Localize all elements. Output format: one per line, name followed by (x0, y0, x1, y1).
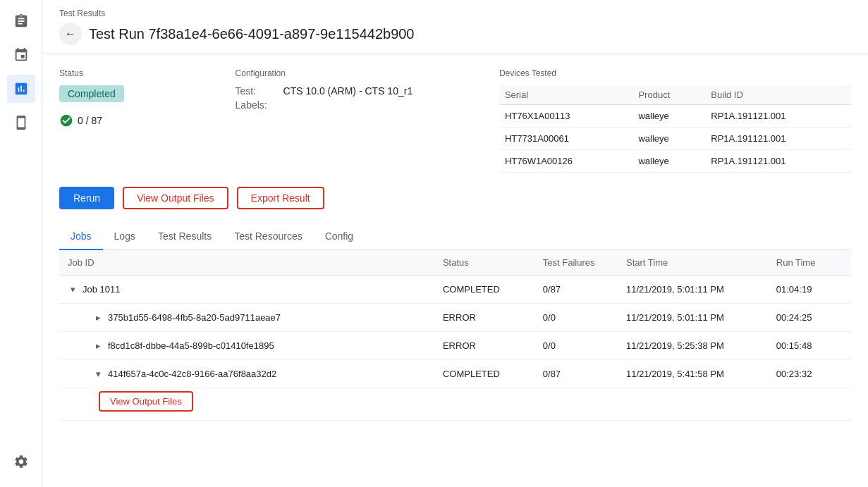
toggle-button[interactable]: ▾ (93, 369, 104, 379)
devices-col-product: Product (632, 85, 705, 105)
action-buttons: Rerun View Output Files Export Result (59, 187, 851, 209)
devices-table-row: HT76W1A00126 walleye RP1A.191121.001 (499, 150, 851, 173)
tab-test-resources[interactable]: Test Resources (223, 223, 313, 250)
devices-table-row: HT7731A00061 walleye RP1A.191121.001 (499, 128, 851, 150)
job-id-text: Job 1011 (82, 284, 121, 295)
toggle-button[interactable]: ▸ (93, 340, 104, 351)
config-test-row: Test: CTS 10.0 (ARM) - CTS 10_r1 (236, 85, 499, 97)
col-header-failures: Test Failures (534, 250, 618, 276)
config-labels-row: Labels: (236, 99, 499, 111)
job-run-col: 00:15:48 (768, 332, 851, 360)
sidebar-item-chart[interactable] (7, 75, 35, 103)
chart-icon (13, 81, 29, 97)
header: Test Results ← Test Run 7f38a1e4-6e66-40… (42, 0, 868, 54)
job-id-cell: ▾ 414f657a-4c0c-42c8-9166-aa76f8aa32d2 (68, 369, 426, 379)
col-header-jobid: Job ID (59, 250, 434, 276)
inline-view-output-button[interactable]: View Output Files (99, 391, 193, 412)
breadcrumb: Test Results (59, 8, 851, 18)
devices-table: Serial Product Build ID HT76X1A00113 wal… (499, 85, 851, 173)
job-id-col: ▸ 375b1d55-6498-4fb5-8a20-5ad9711aeae7 (59, 304, 434, 332)
config-label: Configuration (236, 68, 499, 78)
view-output-cell: View Output Files (59, 388, 851, 421)
job-failures-col: 0/87 (534, 276, 618, 304)
job-start-col: 11/21/2019, 5:01:11 PM (618, 276, 768, 304)
pass-count: 0 / 87 (59, 113, 236, 128)
job-start-col: 11/21/2019, 5:01:11 PM (618, 304, 768, 332)
device-product: walleye (632, 128, 705, 150)
config-test-key: Test: (236, 85, 278, 97)
job-run-col: 00:23:32 (768, 360, 851, 388)
status-label: Status (59, 68, 236, 78)
devices-label: Devices Tested (499, 68, 851, 78)
device-serial: HT76X1A00113 (499, 105, 633, 128)
job-id-col: ▸ f8cd1c8f-dbbe-44a5-899b-c01410fe1895 (59, 332, 434, 360)
job-status-col: COMPLETED (434, 360, 534, 388)
status-block: Status Completed 0 / 87 (59, 68, 236, 173)
job-failures-col: 0/0 (534, 332, 618, 360)
device-serial: HT7731A00061 (499, 128, 633, 150)
view-output-row: View Output Files (59, 388, 851, 421)
job-start-col: 11/21/2019, 5:25:38 PM (618, 332, 768, 360)
job-status-col: COMPLETED (434, 276, 534, 304)
job-id-text: 375b1d55-6498-4fb5-8a20-5ad9711aeae7 (108, 312, 281, 323)
job-id-text: f8cd1c8f-dbbe-44a5-899b-c01410fe1895 (108, 340, 274, 351)
devices-col-serial: Serial (499, 85, 633, 105)
tabs: JobsLogsTest ResultsTest ResourcesConfig (59, 223, 851, 250)
device-product: walleye (632, 150, 705, 173)
sidebar-item-calendar[interactable] (7, 41, 35, 69)
job-id-col: ▾ Job 1011 (59, 276, 434, 304)
job-start-col: 11/21/2019, 5:41:58 PM (618, 360, 768, 388)
rerun-button[interactable]: Rerun (59, 187, 114, 209)
tab-logs[interactable]: Logs (103, 223, 147, 250)
check-circle-icon (59, 113, 73, 128)
main-content: Test Results ← Test Run 7f38a1e4-6e66-40… (42, 0, 868, 487)
devices-block: Devices Tested Serial Product Build ID H… (499, 68, 851, 173)
job-id-text: 414f657a-4c0c-42c8-9166-aa76f8aa32d2 (108, 369, 276, 379)
job-id-col: ▾ 414f657a-4c0c-42c8-9166-aa76f8aa32d2 (59, 360, 434, 388)
job-run-col: 01:04:19 (768, 276, 851, 304)
config-block: Configuration Test: CTS 10.0 (ARM) - CTS… (236, 68, 499, 173)
job-id-cell: ▸ f8cd1c8f-dbbe-44a5-899b-c01410fe1895 (68, 340, 426, 351)
config-test-value: CTS 10.0 (ARM) - CTS 10_r1 (283, 85, 413, 97)
job-run-col: 00:24:25 (768, 304, 851, 332)
device-product: walleye (632, 105, 705, 128)
page-title: Test Run 7f38a1e4-6e66-4091-a897-9e11544… (89, 26, 415, 42)
tab-config[interactable]: Config (314, 223, 365, 250)
table-row: ▸ f8cd1c8f-dbbe-44a5-899b-c01410fe1895 E… (59, 332, 851, 360)
info-section: Status Completed 0 / 87 Configuration Te… (59, 68, 851, 173)
devices-table-row: HT76X1A00113 walleye RP1A.191121.001 (499, 105, 851, 128)
col-header-start: Start Time (618, 250, 768, 276)
tab-test-results[interactable]: Test Results (147, 223, 223, 250)
table-row: ▸ 375b1d55-6498-4fb5-8a20-5ad9711aeae7 E… (59, 304, 851, 332)
config-labels-key: Labels: (236, 99, 278, 111)
device-buildid: RP1A.191121.001 (705, 105, 851, 128)
view-output-files-button[interactable]: View Output Files (123, 187, 228, 209)
pass-count-value: 0 / 87 (78, 115, 102, 126)
sidebar (0, 0, 42, 487)
devices-col-buildid: Build ID (705, 85, 851, 105)
job-id-cell: ▸ 375b1d55-6498-4fb5-8a20-5ad9711aeae7 (68, 312, 426, 323)
sidebar-item-clipboard[interactable] (7, 7, 35, 35)
status-badge: Completed (59, 85, 124, 102)
tab-jobs[interactable]: Jobs (59, 223, 103, 250)
clipboard-icon (13, 13, 29, 29)
sidebar-item-settings[interactable] (7, 448, 35, 476)
table-row: ▾ 414f657a-4c0c-42c8-9166-aa76f8aa32d2 C… (59, 360, 851, 388)
job-failures-col: 0/87 (534, 360, 618, 388)
col-header-status: Status (434, 250, 534, 276)
device-buildid: RP1A.191121.001 (705, 128, 851, 150)
calendar-icon (13, 47, 29, 63)
device-serial: HT76W1A00126 (499, 150, 633, 173)
job-status-col: ERROR (434, 332, 534, 360)
title-row: ← Test Run 7f38a1e4-6e66-4091-a897-9e115… (59, 23, 851, 45)
table-row: ▾ Job 1011 COMPLETED 0/87 11/21/2019, 5:… (59, 276, 851, 304)
col-header-run: Run Time (768, 250, 851, 276)
settings-icon (13, 454, 29, 469)
back-button[interactable]: ← (59, 23, 82, 45)
toggle-button[interactable]: ▾ (68, 284, 78, 295)
export-result-button[interactable]: Export Result (237, 187, 324, 209)
device-buildid: RP1A.191121.001 (705, 150, 851, 173)
toggle-button[interactable]: ▸ (93, 312, 104, 323)
job-failures-col: 0/0 (534, 304, 618, 332)
sidebar-item-phone[interactable] (7, 109, 35, 137)
